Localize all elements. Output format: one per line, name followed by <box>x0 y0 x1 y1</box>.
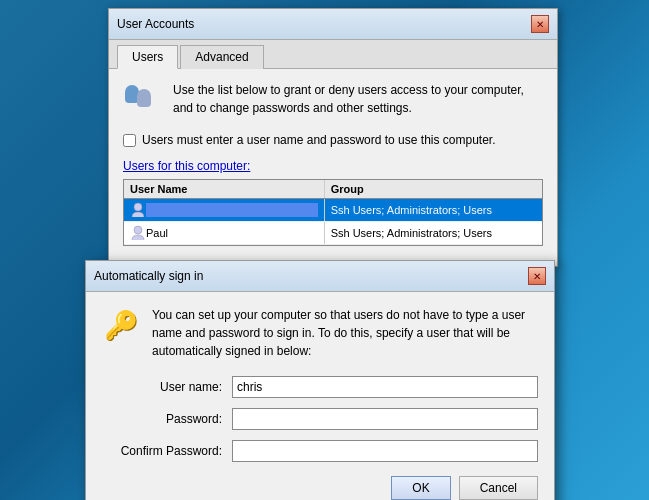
description-section: Use the list below to grant or deny user… <box>123 81 543 121</box>
dialog-desc-text: You can set up your computer so that use… <box>152 306 538 360</box>
users-table-body: Ssh Users; Administrators; Users Paul Ss… <box>124 199 542 245</box>
ok-button[interactable]: OK <box>391 476 450 500</box>
table-row[interactable]: Ssh Users; Administrators; Users <box>124 199 542 222</box>
close-icon: ✕ <box>536 19 544 30</box>
user-name-cell: Paul <box>124 222 325 244</box>
users-table: User Name Group Ssh Users; Administrator… <box>123 179 543 246</box>
user-accounts-title: User Accounts <box>117 17 194 31</box>
user-accounts-close-button[interactable]: ✕ <box>531 15 549 33</box>
username-row: User name: <box>102 376 538 398</box>
dialog-description: 🔑 You can set up your computer so that u… <box>102 306 538 360</box>
password-row: Password: <box>102 408 538 430</box>
user-group-cell: Ssh Users; Administrators; Users <box>325 201 542 219</box>
description-text: Use the list below to grant or deny user… <box>173 81 543 117</box>
dialog-content: 🔑 You can set up your computer so that u… <box>86 292 554 500</box>
password-input[interactable] <box>232 408 538 430</box>
username-input[interactable] <box>232 376 538 398</box>
auto-signin-close-button[interactable]: ✕ <box>528 267 546 285</box>
checkbox-row: Users must enter a user name and passwor… <box>123 133 543 147</box>
dialog-buttons: OK Cancel <box>102 476 538 500</box>
auto-signin-dialog: Automatically sign in ✕ 🔑 You can set up… <box>85 260 555 500</box>
cancel-button[interactable]: Cancel <box>459 476 538 500</box>
user-accounts-titlebar: User Accounts ✕ <box>109 9 557 40</box>
svg-point-0 <box>134 203 142 211</box>
auto-signin-title: Automatically sign in <box>94 269 203 283</box>
tab-users[interactable]: Users <box>117 45 178 69</box>
tab-advanced[interactable]: Advanced <box>180 45 263 69</box>
must-login-checkbox[interactable] <box>123 134 136 147</box>
user-icon <box>130 225 146 241</box>
user-group-cell: Ssh Users; Administrators; Users <box>325 224 542 242</box>
users-table-header: User Name Group <box>124 180 542 199</box>
auto-signin-titlebar: Automatically sign in ✕ <box>86 261 554 292</box>
svg-point-1 <box>134 226 142 234</box>
tabs-bar: Users Advanced <box>109 40 557 69</box>
username-label: User name: <box>102 380 232 394</box>
user-icon <box>130 202 146 218</box>
users-icon <box>123 81 163 121</box>
close-icon: ✕ <box>533 271 541 282</box>
user-accounts-window: User Accounts ✕ Users Advanced Use the l… <box>108 8 558 267</box>
users-tab-content: Use the list below to grant or deny user… <box>109 69 557 266</box>
password-label: Password: <box>102 412 232 426</box>
user-name-highlight <box>146 203 318 217</box>
col-username-header: User Name <box>124 180 325 198</box>
confirm-password-label: Confirm Password: <box>102 444 232 458</box>
confirm-password-row: Confirm Password: <box>102 440 538 462</box>
confirm-password-input[interactable] <box>232 440 538 462</box>
table-row[interactable]: Paul Ssh Users; Administrators; Users <box>124 222 542 245</box>
col-group-header: Group <box>325 180 542 198</box>
checkbox-label: Users must enter a user name and passwor… <box>142 133 496 147</box>
key-icon: 🔑 <box>102 306 140 344</box>
user-name-cell <box>124 199 325 221</box>
users-section-label: Users for this computer: <box>123 159 543 173</box>
